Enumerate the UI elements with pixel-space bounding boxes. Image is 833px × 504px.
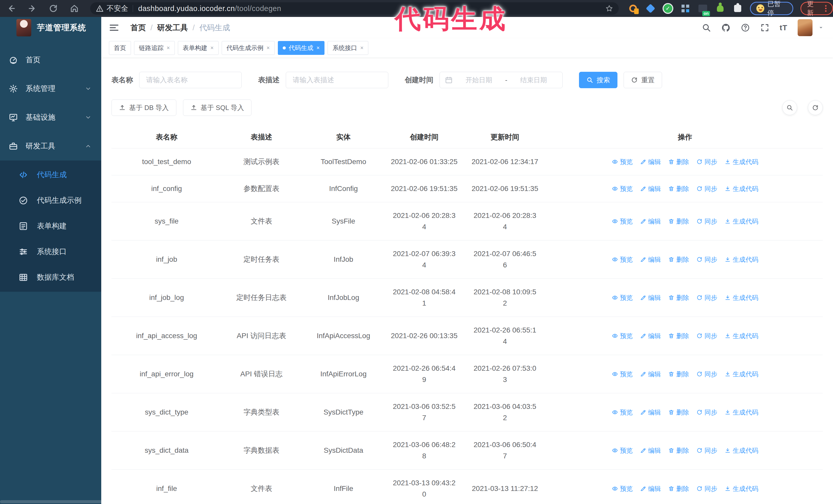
row-action-sync[interactable]: 同步 bbox=[696, 445, 717, 456]
not-secure-warning-icon[interactable] bbox=[96, 5, 103, 12]
row-action-eye[interactable]: 预览 bbox=[612, 156, 633, 167]
row-action-trash[interactable]: 删除 bbox=[668, 292, 689, 303]
toggle-search-button[interactable] bbox=[782, 100, 797, 115]
help-icon[interactable] bbox=[741, 23, 750, 32]
browser-update-button[interactable]: 更新 bbox=[801, 2, 833, 15]
row-action-eye[interactable]: 预览 bbox=[612, 254, 633, 265]
row-action-eye[interactable]: 预览 bbox=[612, 292, 633, 303]
row-action-trash[interactable]: 删除 bbox=[668, 216, 689, 227]
table-name-input[interactable] bbox=[139, 72, 242, 88]
breadcrumb-dev-tools[interactable]: 研发工具 bbox=[157, 23, 188, 33]
sidebar-item-infra[interactable]: 基础设施 bbox=[0, 103, 101, 132]
row-action-download[interactable]: 生成代码 bbox=[724, 445, 758, 456]
url-text[interactable]: dashboard.yudao.iocoder.cn/tool/codegen bbox=[138, 4, 281, 13]
row-action-trash[interactable]: 删除 bbox=[668, 254, 689, 265]
date-range-picker[interactable]: 开始日期 - 结束日期 bbox=[439, 72, 563, 88]
close-icon[interactable]: × bbox=[210, 45, 214, 51]
tab-1[interactable]: 链路追踪 × bbox=[134, 41, 175, 55]
row-action-edit[interactable]: 编辑 bbox=[640, 292, 661, 303]
close-icon[interactable]: × bbox=[316, 45, 320, 51]
browser-menu-icon[interactable] bbox=[825, 5, 827, 12]
row-action-download[interactable]: 生成代码 bbox=[724, 156, 758, 167]
fullscreen-icon[interactable] bbox=[760, 23, 769, 32]
row-action-sync[interactable]: 同步 bbox=[696, 156, 717, 167]
reload-icon[interactable] bbox=[49, 4, 58, 13]
row-action-eye[interactable]: 预览 bbox=[612, 183, 633, 194]
table-desc-input[interactable] bbox=[286, 72, 388, 88]
row-action-download[interactable]: 生成代码 bbox=[724, 368, 758, 380]
row-action-sync[interactable]: 同步 bbox=[696, 483, 717, 494]
reset-button[interactable]: 重置 bbox=[624, 72, 662, 88]
extension-gem-icon[interactable] bbox=[645, 3, 656, 14]
close-icon[interactable]: × bbox=[266, 45, 270, 51]
row-action-edit[interactable]: 编辑 bbox=[640, 216, 661, 227]
close-icon[interactable]: × bbox=[360, 45, 363, 51]
row-action-sync[interactable]: 同步 bbox=[696, 254, 717, 265]
row-action-trash[interactable]: 删除 bbox=[668, 156, 689, 167]
row-action-eye[interactable]: 预览 bbox=[612, 483, 633, 494]
import-db-button[interactable]: 基于 DB 导入 bbox=[112, 99, 176, 116]
row-action-edit[interactable]: 编辑 bbox=[640, 407, 661, 418]
row-action-edit[interactable]: 编辑 bbox=[640, 483, 661, 494]
row-action-sync[interactable]: 同步 bbox=[696, 330, 717, 341]
row-action-sync[interactable]: 同步 bbox=[696, 216, 717, 227]
row-action-sync[interactable]: 同步 bbox=[696, 183, 717, 194]
forward-icon[interactable] bbox=[28, 4, 37, 13]
search-button[interactable]: 搜索 bbox=[579, 72, 617, 88]
font-size-icon[interactable]: tT bbox=[780, 23, 787, 32]
row-action-trash[interactable]: 删除 bbox=[668, 183, 689, 194]
row-action-trash[interactable]: 删除 bbox=[668, 483, 689, 494]
row-action-edit[interactable]: 编辑 bbox=[640, 330, 661, 341]
row-action-eye[interactable]: 预览 bbox=[612, 368, 633, 380]
avatar-caret-icon[interactable] bbox=[818, 25, 824, 30]
user-avatar[interactable] bbox=[798, 19, 812, 36]
row-action-edit[interactable]: 编辑 bbox=[640, 183, 661, 194]
sidebar-item-gear[interactable]: 系统管理 bbox=[0, 74, 101, 103]
row-action-download[interactable]: 生成代码 bbox=[724, 292, 758, 303]
row-action-eye[interactable]: 预览 bbox=[612, 330, 633, 341]
extension-person-icon[interactable] bbox=[715, 3, 725, 14]
row-action-edit[interactable]: 编辑 bbox=[640, 254, 661, 265]
profile-paused-badge[interactable]: 已暂停 bbox=[750, 2, 793, 15]
row-action-eye[interactable]: 预览 bbox=[612, 407, 633, 418]
extension-grid-icon[interactable] bbox=[680, 3, 690, 14]
row-action-edit[interactable]: 编辑 bbox=[640, 445, 661, 456]
tab-4[interactable]: 代码生成 × bbox=[278, 41, 325, 55]
sidebar-subitem-code[interactable]: 代码生成 bbox=[0, 162, 101, 188]
row-action-download[interactable]: 生成代码 bbox=[724, 407, 758, 418]
header-search-icon[interactable] bbox=[702, 23, 711, 32]
sidebar-item-tools[interactable]: 研发工具 bbox=[0, 132, 101, 161]
horizontal-scrollbar-thumb[interactable] bbox=[0, 500, 177, 503]
row-action-trash[interactable]: 删除 bbox=[668, 330, 689, 341]
row-action-sync[interactable]: 同步 bbox=[696, 292, 717, 303]
github-icon[interactable] bbox=[721, 23, 731, 32]
row-action-download[interactable]: 生成代码 bbox=[724, 183, 758, 194]
row-action-sync[interactable]: 同步 bbox=[696, 368, 717, 380]
row-action-download[interactable]: 生成代码 bbox=[724, 330, 758, 341]
row-action-sync[interactable]: 同步 bbox=[696, 407, 717, 418]
extension-switch-icon[interactable]: on bbox=[698, 3, 708, 14]
address-bar[interactable]: 不安全 dashboard.yudao.iocoder.cn/tool/code… bbox=[90, 2, 619, 15]
sidebar-item-dashboard[interactable]: 首页 bbox=[0, 46, 101, 74]
breadcrumb-home[interactable]: 首页 bbox=[130, 23, 146, 33]
app-logo[interactable]: 芋道管理系统 bbox=[0, 17, 101, 39]
row-action-eye[interactable]: 预览 bbox=[612, 216, 633, 227]
extension-orange-icon[interactable] bbox=[628, 3, 638, 14]
row-action-download[interactable]: 生成代码 bbox=[724, 254, 758, 265]
extensions-puzzle-icon[interactable] bbox=[733, 3, 743, 14]
extension-green-check-icon[interactable]: ✓ bbox=[663, 3, 673, 14]
start-date-placeholder[interactable]: 开始日期 bbox=[455, 76, 503, 85]
close-icon[interactable]: × bbox=[167, 45, 170, 51]
row-action-trash[interactable]: 删除 bbox=[668, 445, 689, 456]
sidebar-subitem-db[interactable]: 数据库文档 bbox=[0, 265, 101, 290]
sidebar-subitem-form[interactable]: 表单构建 bbox=[0, 213, 101, 239]
end-date-placeholder[interactable]: 结束日期 bbox=[510, 76, 557, 85]
security-label[interactable]: 不安全 bbox=[106, 4, 128, 13]
tab-5[interactable]: 系统接口 × bbox=[328, 41, 368, 55]
tab-3[interactable]: 代码生成示例 × bbox=[222, 41, 275, 55]
import-sql-button[interactable]: 基于 SQL 导入 bbox=[183, 99, 252, 116]
back-icon[interactable] bbox=[7, 4, 16, 13]
row-action-edit[interactable]: 编辑 bbox=[640, 368, 661, 380]
row-action-download[interactable]: 生成代码 bbox=[724, 483, 758, 494]
row-action-trash[interactable]: 删除 bbox=[668, 368, 689, 380]
